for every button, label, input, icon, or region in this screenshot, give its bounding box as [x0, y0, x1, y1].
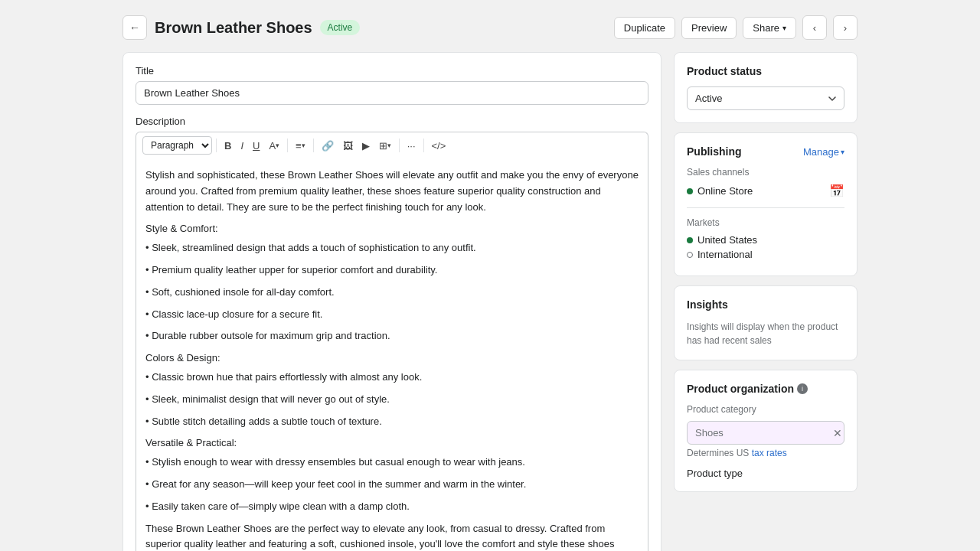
us-market: United States [687, 234, 844, 246]
next-button[interactable]: › [833, 15, 858, 40]
toolbar-separator-4 [399, 139, 400, 152]
table-button[interactable]: ⊞▾ [375, 138, 395, 154]
media-button[interactable]: 🖼 [339, 138, 357, 154]
more-button[interactable]: ··· [403, 138, 420, 154]
description-label: Description [136, 116, 648, 127]
back-button[interactable]: ← [122, 15, 147, 40]
editor-toolbar: Paragraph B I U A▾ ≡▾ 🔗 🖼 [136, 132, 648, 158]
clear-category-button[interactable]: ✕ [831, 425, 844, 441]
versatile-bullet-1: • Stylish enough to wear with dressy ens… [145, 455, 639, 471]
insights-title: Insights [687, 298, 844, 311]
right-panel: Product status Active Draft Archived Pub… [674, 52, 858, 492]
status-badge: Active [320, 20, 361, 35]
header-right: Duplicate Preview Share ▾ ‹ › [614, 15, 858, 40]
category-input[interactable] [688, 422, 831, 444]
publishing-header: Publishing Manage ▾ [687, 145, 844, 158]
toolbar-separator [216, 139, 217, 152]
style-bullet-4: • Classic lace-up closure for a secure f… [145, 307, 639, 323]
divider [687, 207, 844, 208]
tax-rates-link[interactable]: tax rates [752, 448, 787, 458]
category-label: Product category [687, 404, 844, 415]
toolbar-separator-5 [423, 139, 424, 152]
org-title: Product organization [687, 383, 794, 395]
duplicate-button[interactable]: Duplicate [614, 17, 675, 39]
italic-button[interactable]: I [237, 138, 247, 154]
calendar-icon[interactable]: 📅 [829, 184, 844, 198]
versatile-bullet-2: • Great for any season—will keep your fe… [145, 477, 639, 493]
online-store-name: Online Store [697, 185, 753, 197]
publishing-title: Publishing [687, 145, 742, 158]
style-bullet-3: • Soft, cushioned insole for all-day com… [145, 285, 639, 301]
product-status-card: Product status Active Draft Archived [674, 52, 858, 123]
status-select[interactable]: Active Draft Archived [687, 86, 844, 110]
colors-bullet-2: • Sleek, minimalist design that will nev… [145, 392, 639, 408]
sales-channels-label: Sales channels [687, 167, 844, 178]
paragraph-select[interactable]: Paragraph [142, 136, 212, 155]
product-organization-card: Product organization i Product category … [674, 370, 858, 492]
page-title: Brown Leather Shoes [155, 19, 312, 37]
header-left: ← Brown Leather Shoes Active [122, 15, 360, 40]
product-type-label: Product type [687, 468, 844, 479]
category-input-row: ✕ ✓ [687, 421, 844, 445]
style-bullet-1: • Sleek, streamlined design that adds a … [145, 240, 639, 256]
insights-card: Insights Insights will display when the … [674, 285, 858, 360]
colors-bullet-1: • Classic brown hue that pairs effortles… [145, 370, 639, 386]
play-button[interactable]: ▶ [358, 138, 374, 154]
org-title-row: Product organization i [687, 383, 844, 395]
product-form-card: Title Description Paragraph B I U A▾ [122, 52, 662, 551]
product-status-title: Product status [687, 65, 844, 77]
underline-button[interactable]: U [249, 138, 263, 154]
insights-text: Insights will display when the product h… [687, 320, 844, 347]
toolbar-separator-3 [313, 139, 314, 152]
versatile-title: Versatile & Practical: [145, 435, 639, 452]
page-header: ← Brown Leather Shoes Active Duplicate P… [107, 15, 873, 40]
toolbar-separator-2 [287, 139, 288, 152]
publishing-card: Publishing Manage ▾ Sales channels Onlin… [674, 132, 858, 276]
colors-bullet-3: • Subtle stitch detailing adds a subtle … [145, 414, 639, 430]
intl-market-name: International [697, 249, 753, 260]
bold-button[interactable]: B [220, 138, 235, 154]
intl-market: International [687, 249, 844, 260]
markets-label: Markets [687, 217, 844, 228]
style-title: Style & Comfort: [145, 221, 639, 237]
style-bullet-2: • Premium quality leather upper for supe… [145, 262, 639, 279]
description-intro: Stylish and sophisticated, these Brown L… [145, 168, 639, 215]
prev-button[interactable]: ‹ [802, 15, 827, 40]
online-store-dot [687, 188, 693, 194]
align-button[interactable]: ≡▾ [292, 138, 309, 154]
title-label: Title [136, 65, 648, 77]
preview-button[interactable]: Preview [681, 17, 737, 39]
title-input[interactable] [136, 81, 648, 105]
intl-market-dot [687, 252, 693, 258]
description-editor[interactable]: Stylish and sophisticated, these Brown L… [136, 158, 648, 551]
colors-title: Colors & Design: [145, 350, 639, 367]
text-color-button[interactable]: A▾ [265, 138, 283, 154]
info-icon[interactable]: i [797, 383, 808, 394]
versatile-bullet-3: • Easily taken care of—simply wipe clean… [145, 499, 639, 515]
us-market-name: United States [697, 234, 757, 246]
link-button[interactable]: 🔗 [318, 138, 338, 154]
style-bullet-5: • Durable rubber outsole for maximum gri… [145, 328, 639, 344]
description-closing: These Brown Leather Shoes are the perfec… [145, 521, 639, 551]
online-store-channel: Online Store 📅 [687, 184, 844, 198]
manage-link[interactable]: Manage ▾ [803, 146, 844, 158]
share-button[interactable]: Share ▾ [743, 17, 796, 39]
code-button[interactable]: </> [428, 138, 450, 154]
left-panel: Title Description Paragraph B I U A▾ [122, 52, 662, 551]
us-market-dot [687, 237, 693, 243]
main-content: Title Description Paragraph B I U A▾ [107, 52, 873, 551]
tax-text: Determines US tax rates [687, 448, 844, 458]
